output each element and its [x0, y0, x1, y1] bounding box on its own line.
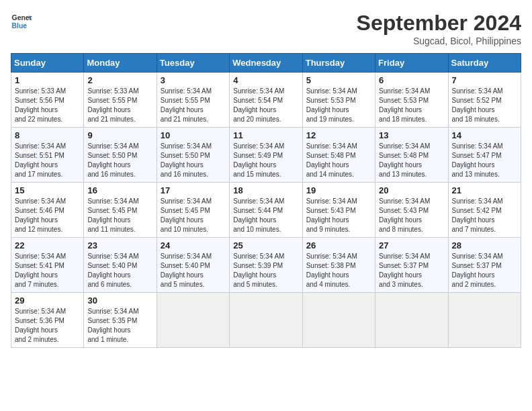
- sunrise-label: Sunrise: 5:34 AM: [15, 197, 66, 205]
- day-number: 13: [379, 130, 444, 140]
- sunrise-label: Sunrise: 5:34 AM: [379, 253, 430, 260]
- sunset-label: Sunset: 5:55 PM: [161, 97, 210, 104]
- sunset-label: Sunset: 5:52 PM: [452, 97, 502, 104]
- day-info: Sunrise: 5:34 AM Sunset: 5:50 PM Dayligh…: [161, 142, 226, 179]
- logo: General Blue: [11, 11, 32, 32]
- sunset-label: Sunset: 5:51 PM: [15, 152, 64, 159]
- sunset-label: Sunset: 5:56 PM: [15, 97, 64, 104]
- daylight-value: and 18 minutes.: [452, 116, 500, 123]
- sunset-label: Sunset: 5:55 PM: [87, 97, 137, 104]
- calendar-cell: 26 Sunrise: 5:34 AM Sunset: 5:38 PM Dayl…: [302, 238, 375, 293]
- daylight-value: and 3 minutes.: [379, 281, 423, 288]
- calendar-cell: 29 Sunrise: 5:34 AM Sunset: 5:36 PM Dayl…: [11, 293, 84, 348]
- calendar-cell: 7 Sunrise: 5:34 AM Sunset: 5:52 PM Dayli…: [448, 73, 521, 128]
- day-info: Sunrise: 5:34 AM Sunset: 5:37 PM Dayligh…: [379, 252, 444, 289]
- daylight-value: and 21 minutes.: [161, 116, 208, 123]
- day-info: Sunrise: 5:34 AM Sunset: 5:38 PM Dayligh…: [306, 252, 371, 289]
- sunrise-label: Sunrise: 5:34 AM: [161, 87, 212, 95]
- daylight-label: Daylight hours: [452, 106, 495, 113]
- daylight-label: Daylight hours: [452, 271, 495, 279]
- location: Sugcad, Bicol, Philippines: [357, 36, 521, 46]
- day-info: Sunrise: 5:34 AM Sunset: 5:55 PM Dayligh…: [161, 87, 226, 124]
- daylight-value: and 14 minutes.: [306, 171, 354, 178]
- day-number: 6: [379, 75, 444, 85]
- daylight-value: and 16 minutes.: [87, 171, 135, 178]
- day-info: Sunrise: 5:34 AM Sunset: 5:40 PM Dayligh…: [87, 252, 152, 289]
- day-number: 5: [306, 75, 371, 85]
- day-info: Sunrise: 5:34 AM Sunset: 5:51 PM Dayligh…: [15, 142, 80, 179]
- calendar-cell: 27 Sunrise: 5:34 AM Sunset: 5:37 PM Dayl…: [375, 238, 448, 293]
- day-number: 26: [306, 240, 371, 250]
- sunset-label: Sunset: 5:41 PM: [15, 262, 64, 269]
- calendar-cell: 3 Sunrise: 5:34 AM Sunset: 5:55 PM Dayli…: [157, 73, 229, 128]
- daylight-value: and 10 minutes.: [233, 226, 281, 233]
- daylight-value: and 6 minutes.: [87, 281, 132, 288]
- sunset-label: Sunset: 5:44 PM: [233, 207, 283, 214]
- day-number: 21: [452, 185, 517, 195]
- day-header-wednesday: Wednesday: [230, 54, 302, 73]
- sunrise-label: Sunrise: 5:34 AM: [306, 87, 357, 95]
- daylight-value: and 20 minutes.: [233, 116, 281, 123]
- day-info: Sunrise: 5:34 AM Sunset: 5:43 PM Dayligh…: [306, 197, 371, 234]
- week-row-3: 15 Sunrise: 5:34 AM Sunset: 5:46 PM Dayl…: [11, 183, 521, 238]
- day-info: Sunrise: 5:34 AM Sunset: 5:44 PM Dayligh…: [233, 197, 298, 234]
- daylight-value: and 7 minutes.: [452, 226, 496, 233]
- sunrise-label: Sunrise: 5:34 AM: [379, 142, 430, 150]
- sunset-label: Sunset: 5:46 PM: [15, 207, 64, 214]
- daylight-label: Daylight hours: [15, 326, 58, 334]
- sunrise-label: Sunrise: 5:34 AM: [306, 253, 357, 260]
- calendar-cell: 11 Sunrise: 5:34 AM Sunset: 5:49 PM Dayl…: [230, 128, 302, 183]
- calendar-cell: 17 Sunrise: 5:34 AM Sunset: 5:45 PM Dayl…: [157, 183, 229, 238]
- calendar-cell: 30 Sunrise: 5:34 AM Sunset: 5:35 PM Dayl…: [84, 293, 157, 348]
- daylight-value: and 4 minutes.: [306, 281, 351, 288]
- daylight-label: Daylight hours: [306, 106, 349, 113]
- sunset-label: Sunset: 5:35 PM: [87, 317, 137, 324]
- day-info: Sunrise: 5:33 AM Sunset: 5:56 PM Dayligh…: [15, 87, 80, 124]
- week-row-2: 8 Sunrise: 5:34 AM Sunset: 5:51 PM Dayli…: [11, 128, 521, 183]
- day-info: Sunrise: 5:34 AM Sunset: 5:37 PM Dayligh…: [452, 252, 517, 289]
- calendar-cell: 22 Sunrise: 5:34 AM Sunset: 5:41 PM Dayl…: [11, 238, 84, 293]
- page-header: General Blue September 2024 Sugcad, Bico…: [11, 11, 521, 46]
- day-info: Sunrise: 5:34 AM Sunset: 5:53 PM Dayligh…: [306, 87, 371, 124]
- day-info: Sunrise: 5:34 AM Sunset: 5:36 PM Dayligh…: [15, 307, 80, 345]
- daylight-label: Daylight hours: [15, 271, 58, 279]
- calendar-cell: 25 Sunrise: 5:34 AM Sunset: 5:39 PM Dayl…: [230, 238, 302, 293]
- day-info: Sunrise: 5:34 AM Sunset: 5:40 PM Dayligh…: [161, 252, 226, 289]
- daylight-value: and 5 minutes.: [233, 281, 277, 288]
- sunrise-label: Sunrise: 5:34 AM: [452, 253, 503, 260]
- sunrise-label: Sunrise: 5:34 AM: [306, 142, 357, 150]
- calendar-cell: 8 Sunrise: 5:34 AM Sunset: 5:51 PM Dayli…: [11, 128, 84, 183]
- day-number: 12: [306, 130, 371, 140]
- daylight-value: and 7 minutes.: [15, 281, 59, 288]
- month-title: September 2024: [357, 11, 521, 36]
- sunrise-label: Sunrise: 5:34 AM: [161, 197, 212, 205]
- daylight-label: Daylight hours: [379, 106, 422, 113]
- day-info: Sunrise: 5:34 AM Sunset: 5:46 PM Dayligh…: [15, 197, 80, 234]
- day-number: 4: [233, 75, 298, 85]
- daylight-value: and 13 minutes.: [379, 171, 427, 178]
- day-number: 1: [15, 75, 80, 85]
- day-info: Sunrise: 5:34 AM Sunset: 5:48 PM Dayligh…: [306, 142, 371, 179]
- day-number: 22: [15, 240, 80, 250]
- day-header-thursday: Thursday: [302, 54, 375, 73]
- day-number: 7: [452, 75, 517, 85]
- sunrise-label: Sunrise: 5:34 AM: [233, 142, 284, 150]
- calendar-cell: 23 Sunrise: 5:34 AM Sunset: 5:40 PM Dayl…: [84, 238, 157, 293]
- sunrise-label: Sunrise: 5:34 AM: [87, 197, 138, 205]
- sunrise-label: Sunrise: 5:34 AM: [233, 253, 284, 260]
- sunset-label: Sunset: 5:42 PM: [452, 207, 502, 214]
- daylight-value: and 16 minutes.: [161, 171, 208, 178]
- sunrise-label: Sunrise: 5:33 AM: [15, 87, 66, 95]
- day-number: 25: [233, 240, 298, 250]
- sunset-label: Sunset: 5:50 PM: [161, 152, 210, 159]
- daylight-label: Daylight hours: [87, 326, 130, 334]
- day-number: 24: [161, 240, 226, 250]
- calendar-cell: 24 Sunrise: 5:34 AM Sunset: 5:40 PM Dayl…: [157, 238, 229, 293]
- sunset-label: Sunset: 5:53 PM: [306, 97, 356, 104]
- sunset-label: Sunset: 5:37 PM: [452, 262, 502, 269]
- calendar-cell: 14 Sunrise: 5:34 AM Sunset: 5:47 PM Dayl…: [448, 128, 521, 183]
- day-number: 16: [87, 185, 152, 195]
- day-info: Sunrise: 5:34 AM Sunset: 5:47 PM Dayligh…: [452, 142, 517, 179]
- daylight-value: and 13 minutes.: [452, 171, 500, 178]
- sunrise-label: Sunrise: 5:34 AM: [233, 197, 284, 205]
